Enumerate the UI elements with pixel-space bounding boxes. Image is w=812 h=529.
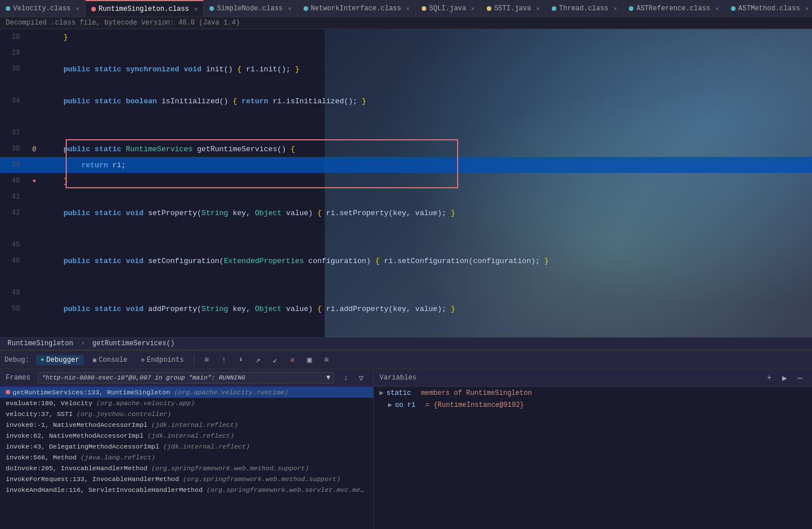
line-code: [43, 241, 812, 249]
line-number: 34: [0, 97, 26, 105]
line-code: [43, 289, 812, 297]
frame-item[interactable]: invoke:43, DelegatingMethodAccessorImpl …: [0, 441, 373, 452]
code-line: 38@ public static RuntimeServices getRun…: [0, 141, 812, 157]
tab-close-icon[interactable]: ✕: [194, 6, 197, 13]
line-code: }: [43, 177, 812, 185]
debug-tab-console[interactable]: ▣ Console: [88, 355, 132, 365]
tab-close-icon[interactable]: ✕: [471, 5, 475, 12]
vars-settings-btn[interactable]: ⋯: [794, 371, 806, 384]
frame-item[interactable]: invokeAndHandle:116, ServletInvocableHan…: [0, 484, 373, 495]
info-bar-text: Decompiled .class file, bytecode version…: [6, 19, 240, 27]
debug-tab-debugger[interactable]: ● Debugger: [36, 355, 84, 365]
vars-add-btn[interactable]: +: [763, 371, 775, 384]
tab-ASTReference-class[interactable]: ASTReference.class✕: [623, 0, 725, 17]
line-number: 30: [0, 65, 26, 73]
line-number: 42: [0, 209, 26, 217]
line-number: 29: [0, 49, 26, 57]
frame-item[interactable]: evaluate:180, Velocity (org.apache.veloc…: [0, 398, 373, 409]
tab-NetworkInterface-class[interactable]: NetworkInterface.class✕: [298, 0, 416, 17]
line-code: [43, 49, 812, 58]
tab-ASTMethod-class[interactable]: ASTMethod.class✕: [725, 0, 812, 17]
breadcrumb: RuntimeSingleton › getRuntimeServices(): [0, 337, 812, 350]
tab-Velocity-class[interactable]: Velocity.class✕: [0, 0, 86, 17]
breadcrumb-item-2: getRuntimeServices(): [92, 340, 175, 348]
tab-RuntimeSingleton-class[interactable]: RuntimeSingleton.class✕: [86, 0, 204, 17]
line-code: [43, 337, 812, 338]
tab-close-icon[interactable]: ✕: [536, 5, 540, 12]
toolbar-btn-step-over[interactable]: ↑: [217, 354, 230, 366]
line-number: 40: [0, 177, 26, 185]
code-line: [0, 77, 812, 93]
toolbar-separator-1: [194, 355, 195, 365]
frames-sort-btn[interactable]: ↓: [340, 371, 352, 384]
vars-expand-btn[interactable]: ▶: [778, 371, 791, 384]
frame-item[interactable]: doInvoke:205, InvocableHandlerMethod (or…: [0, 463, 373, 474]
line-code: public static RuntimeServices getRuntime…: [43, 145, 812, 154]
code-line: 50 public static void addProperty(String…: [0, 301, 812, 317]
vars-panel-header: Variables + ▶ ⋯: [374, 369, 812, 387]
code-area: 28 }29 30 public static synchronized voi…: [0, 29, 812, 337]
frames-filter-btn[interactable]: ▽: [355, 371, 367, 384]
debugger-tab-label: Debugger: [46, 356, 79, 364]
vars-panel: Variables + ▶ ⋯ ▶static members of Runti…: [374, 369, 812, 529]
line-number: 38: [0, 145, 26, 153]
toolbar-btn-menu[interactable]: ≡: [200, 354, 213, 366]
tab-close-icon[interactable]: ✕: [76, 5, 79, 12]
code-line: 49: [0, 285, 812, 301]
line-code: [43, 81, 812, 90]
frames-dropdown-text: *http-nio-8080-exec-10*@9,007 in group "…: [42, 374, 245, 381]
frame-item[interactable]: invokeForRequest:133, InvocableHandlerMe…: [0, 474, 373, 484]
tab-SSTI-java[interactable]: SSTI.java✕: [481, 0, 546, 17]
tab-close-icon[interactable]: ✕: [805, 5, 809, 12]
var-item[interactable]: ▶oo ri = {RuntimeInstance@9192}: [374, 399, 812, 411]
frame-item[interactable]: velocity:37, SSTI (org.joychou.controlle…: [0, 409, 373, 419]
line-code: [43, 225, 812, 233]
code-line: 39 return ri;: [0, 157, 812, 173]
tab-close-icon[interactable]: ✕: [406, 5, 410, 12]
line-gutter: ●: [26, 177, 43, 184]
info-bar: Decompiled .class file, bytecode version…: [0, 17, 812, 29]
line-code: [43, 321, 812, 329]
tab-close-icon[interactable]: ✕: [613, 5, 617, 12]
code-line: [0, 269, 812, 285]
console-tab-label: Console: [99, 356, 127, 364]
tab-SimpleNode-class[interactable]: SimpleNode.class✕: [204, 0, 297, 17]
var-expand-icon[interactable]: ▶: [379, 389, 383, 397]
code-line: 28 }: [0, 29, 812, 45]
code-line: 53: [0, 333, 812, 337]
code-line: 41: [0, 189, 812, 205]
line-number: 37: [0, 129, 26, 137]
tab-close-icon[interactable]: ✕: [288, 5, 292, 12]
line-code: [43, 193, 812, 201]
line-code: public static boolean isInitialized() { …: [43, 97, 812, 106]
frame-item[interactable]: invoke:566, Method (java.lang.reflect): [0, 452, 373, 463]
code-line: [0, 109, 812, 125]
line-code: public static void setProperty(String ke…: [43, 209, 812, 217]
code-line: [0, 221, 812, 237]
toolbar-btn-step-out[interactable]: ↗: [252, 354, 264, 366]
line-number: 50: [0, 305, 26, 313]
toolbar-btn-frames[interactable]: ▣: [303, 354, 316, 366]
code-line: 37: [0, 125, 812, 141]
toolbar-btn-stop[interactable]: ✕: [286, 354, 298, 366]
frames-dropdown[interactable]: *http-nio-8080-exec-10*@9,007 in group "…: [38, 372, 334, 383]
var-expand-icon[interactable]: ▶: [388, 401, 392, 409]
debug-tab-endpoints[interactable]: ⊕ Endpoints: [136, 355, 188, 365]
breadcrumb-separator: ›: [80, 340, 88, 348]
line-number: 28: [0, 33, 26, 41]
frame-item[interactable]: invoke0:-1, NativeMethodAccessorImpl (jd…: [0, 419, 373, 430]
frame-item[interactable]: getRuntimeServices:133, RuntimeSingleton…: [0, 387, 373, 398]
frame-item[interactable]: invoke:62, NativeMethodAccessorImpl (jdk…: [0, 430, 373, 441]
tab-close-icon[interactable]: ✕: [716, 5, 719, 12]
toolbar-btn-settings[interactable]: ≡: [320, 354, 333, 366]
var-item[interactable]: ▶static members of RuntimeSingleton: [374, 387, 812, 399]
line-code: public static void addProperty(String ke…: [43, 305, 812, 313]
toolbar-btn-step-into[interactable]: ⬇: [235, 354, 247, 366]
frames-panel: Frames *http-nio-8080-exec-10*@9,007 in …: [0, 369, 374, 529]
code-line: 29: [0, 45, 812, 61]
tab-bar: Velocity.class✕RuntimeSingleton.class✕Si…: [0, 0, 812, 17]
toolbar-btn-run-cursor[interactable]: ↙: [269, 354, 281, 366]
tab-Thread-class[interactable]: Thread.class✕: [546, 0, 623, 17]
variables-label: Variables: [379, 374, 417, 382]
tab-SQLI-java[interactable]: SQLI.java✕: [416, 0, 481, 17]
